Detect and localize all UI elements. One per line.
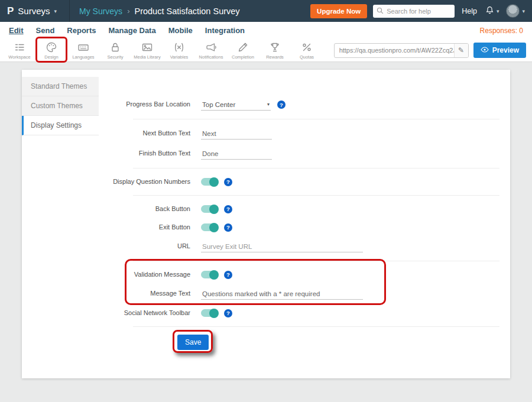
design-icon	[45, 41, 58, 54]
help-icon[interactable]: ?	[224, 178, 232, 186]
preview-button[interactable]: Preview	[473, 43, 526, 58]
responses-count[interactable]: Responses: 0	[480, 27, 523, 35]
rewards-trophy-icon	[268, 41, 281, 54]
social-network-toolbar-toggle[interactable]	[201, 309, 218, 317]
display-question-numbers-toggle[interactable]	[201, 178, 218, 186]
tool-label: Rewards	[266, 54, 284, 60]
tab-mobile[interactable]: Mobile	[168, 26, 193, 35]
tool-label: Languages	[72, 54, 94, 60]
tool-notifications[interactable]: Notifications	[197, 41, 225, 60]
sidebar-item-standard-themes[interactable]: Standard Themes	[22, 77, 99, 96]
display-settings-panel: Standard Themes Custom Themes Display Se…	[22, 70, 510, 378]
help-link[interactable]: Help	[462, 7, 477, 15]
breadcrumb-my-surveys[interactable]: My Surveys	[79, 7, 122, 16]
help-icon[interactable]: ?	[224, 309, 232, 317]
tool-rewards[interactable]: Rewards	[261, 41, 288, 60]
questionpro-logo: P	[7, 5, 14, 17]
back-button-toggle[interactable]	[201, 205, 218, 213]
select-value: Top Center	[202, 101, 235, 108]
tab-send[interactable]: Send	[36, 26, 55, 35]
tab-reports[interactable]: Reports	[67, 26, 96, 35]
next-button-text-input[interactable]	[201, 128, 272, 140]
help-search-box[interactable]	[373, 5, 455, 18]
next-button-text-label: Next Button Text	[99, 129, 190, 137]
validation-message-row: Validation Message ?	[99, 265, 499, 284]
message-text-row: Message Text	[99, 284, 499, 304]
tool-variables[interactable]: Variables	[166, 41, 193, 60]
progress-bar-location-row: Progress Bar Location Top Center ▾ ?	[99, 95, 499, 115]
next-button-text-row: Next Button Text	[99, 124, 499, 144]
tool-media-library[interactable]: Media Library	[134, 41, 161, 60]
validation-message-label: Validation Message	[99, 271, 190, 278]
breadcrumb: My Surveys › Product Satisfaction Survey	[79, 7, 240, 16]
save-row: Save	[99, 333, 499, 351]
save-button[interactable]: Save	[177, 335, 209, 350]
breadcrumb-separator-icon: ›	[127, 7, 129, 15]
survey-nav: Edit Send Reports Manage Data Mobile Int…	[0, 22, 532, 39]
edit-url-pencil-icon[interactable]: ✎	[454, 44, 468, 57]
tool-label: Variables	[170, 54, 189, 60]
tool-workspace[interactable]: Workspace	[6, 41, 33, 60]
validation-message-toggle[interactable]	[201, 271, 218, 278]
tool-label: Notifications	[199, 54, 223, 60]
divider	[133, 119, 499, 119]
tab-edit[interactable]: Edit	[9, 26, 24, 35]
user-menu[interactable]: ▾	[506, 4, 525, 18]
tool-label: Media Library	[134, 54, 160, 60]
tab-manage-data[interactable]: Manage Data	[108, 26, 155, 35]
survey-url[interactable]: https://qa.questionpro.com/t/AW22Zcq2J	[339, 47, 454, 54]
tool-label: Workspace	[8, 54, 30, 60]
top-header: P Surveys ▾ My Surveys › Product Satisfa…	[0, 0, 532, 22]
message-text-label: Message Text	[99, 290, 190, 297]
progress-bar-location-label: Progress Bar Location	[99, 100, 190, 108]
exit-button-row: Exit Button ?	[99, 218, 499, 236]
product-menu-surveys[interactable]: Surveys	[18, 6, 50, 16]
exit-url-input[interactable]	[201, 241, 363, 252]
tool-quotas[interactable]: Quotas	[293, 41, 320, 60]
notifications-menu[interactable]: ▾	[485, 5, 499, 17]
tool-security[interactable]: Security	[102, 41, 129, 60]
tab-integration[interactable]: Integration	[205, 26, 245, 35]
tool-label: Quotas	[300, 54, 314, 60]
divider	[133, 195, 499, 196]
tool-design[interactable]: Design	[38, 41, 65, 60]
chevron-down-icon: ▾	[54, 8, 57, 14]
tool-label: Completion	[232, 54, 254, 60]
upgrade-now-button[interactable]: Upgrade Now	[310, 4, 367, 18]
divider	[133, 326, 499, 327]
social-network-toolbar-row: Social Network Toolbar ?	[99, 304, 499, 322]
notifications-megaphone-icon	[205, 41, 218, 54]
avatar	[506, 4, 520, 18]
themes-sidebar: Standard Themes Custom Themes Display Se…	[22, 70, 99, 378]
sidebar-item-display-settings[interactable]: Display Settings	[22, 116, 99, 135]
page-title: Product Satisfaction Survey	[134, 7, 239, 16]
help-search-input[interactable]	[387, 8, 451, 15]
help-icon[interactable]: ?	[224, 205, 232, 213]
help-icon[interactable]: ?	[224, 223, 232, 232]
social-network-toolbar-label: Social Network Toolbar	[99, 309, 190, 317]
progress-bar-location-select[interactable]: Top Center ▾	[201, 99, 271, 111]
back-button-label: Back Button	[99, 205, 190, 213]
chevron-down-icon: ▾	[497, 8, 499, 14]
tool-languages[interactable]: Languages	[70, 41, 97, 60]
finish-button-text-input[interactable]	[201, 148, 272, 160]
exit-button-toggle[interactable]	[201, 223, 218, 231]
preview-label: Preview	[492, 46, 519, 54]
completion-icon	[236, 41, 249, 54]
message-text-input[interactable]	[201, 288, 363, 300]
display-question-numbers-label: Display Question Numbers	[99, 178, 190, 186]
languages-icon	[77, 41, 90, 54]
help-icon[interactable]: ?	[277, 100, 286, 109]
questionpro-app: P Surveys ▾ My Surveys › Product Satisfa…	[0, 0, 532, 402]
finish-button-text-row: Finish Button Text	[99, 144, 499, 164]
tool-completion[interactable]: Completion	[229, 41, 257, 60]
exit-url-row: URL	[99, 236, 499, 257]
tool-label: Design	[44, 54, 58, 60]
search-icon	[377, 6, 384, 17]
finish-button-text-label: Finish Button Text	[99, 150, 190, 157]
bell-icon	[485, 5, 494, 17]
survey-url-box[interactable]: https://qa.questionpro.com/t/AW22Zcq2J ✎	[334, 43, 469, 58]
sidebar-item-custom-themes[interactable]: Custom Themes	[22, 96, 99, 116]
help-icon[interactable]: ?	[224, 271, 232, 279]
brand-area[interactable]: P Surveys ▾	[0, 0, 70, 22]
